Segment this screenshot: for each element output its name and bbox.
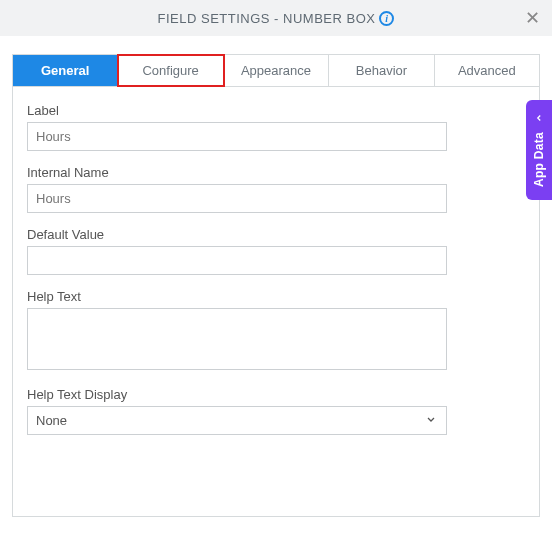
close-icon[interactable]: ✕ (525, 9, 540, 27)
help-text-display-select[interactable]: None (27, 406, 447, 435)
field-group-help-text: Help Text (27, 289, 525, 373)
chevron-left-icon (534, 112, 544, 126)
dialog-title: FIELD SETTINGS - NUMBER BOX (158, 11, 376, 26)
internal-name-input[interactable] (27, 184, 447, 213)
field-group-internal-name: Internal Name (27, 165, 525, 213)
info-icon[interactable]: i (379, 11, 394, 26)
field-group-help-text-display: Help Text Display None (27, 387, 525, 435)
tab-bar: General Configure Appearance Behavior Ad… (12, 54, 540, 87)
label-caption: Label (27, 103, 525, 118)
field-group-label: Label (27, 103, 525, 151)
label-input[interactable] (27, 122, 447, 151)
dialog-title-wrap: FIELD SETTINGS - NUMBER BOX i (158, 11, 395, 26)
help-text-caption: Help Text (27, 289, 525, 304)
dialog-header: FIELD SETTINGS - NUMBER BOX i ✕ (0, 0, 552, 36)
default-value-input[interactable] (27, 246, 447, 275)
tab-appearance[interactable]: Appearance (224, 55, 329, 86)
tab-general[interactable]: General (13, 55, 118, 86)
help-text-input[interactable] (27, 308, 447, 370)
help-text-display-select-wrap: None (27, 406, 447, 435)
tab-advanced[interactable]: Advanced (435, 55, 539, 86)
side-tab-app-data[interactable]: App Data (526, 100, 552, 200)
field-group-default-value: Default Value (27, 227, 525, 275)
tab-behavior[interactable]: Behavior (329, 55, 434, 86)
help-text-display-caption: Help Text Display (27, 387, 525, 402)
dialog-body: General Configure Appearance Behavior Ad… (0, 36, 552, 517)
side-tab-label: App Data (532, 132, 546, 187)
internal-name-caption: Internal Name (27, 165, 525, 180)
tab-configure[interactable]: Configure (118, 55, 223, 86)
tab-panel-general: Label Internal Name Default Value Help T… (12, 87, 540, 517)
default-value-caption: Default Value (27, 227, 525, 242)
